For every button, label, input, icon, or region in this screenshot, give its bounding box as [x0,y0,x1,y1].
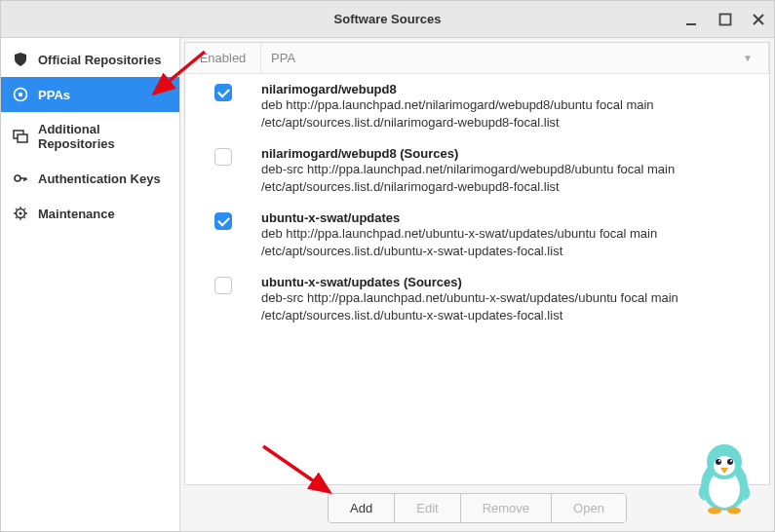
sidebar-item-label: Maintenance [38,207,115,221]
ppa-file-path: /etc/apt/sources.list.d/ubuntu-x-swat-up… [261,243,759,260]
sidebar: Official Repositories PPAs Additional Re… [1,38,180,531]
svg-point-3 [19,93,22,96]
ppa-title: nilarimogard/webupd8 [261,82,759,96]
svg-rect-0 [686,23,696,25]
ppa-title: nilarimogard/webupd8 (Sources) [261,146,759,161]
ppa-source-line: deb-src http://ppa.launchpad.net/nilarim… [261,161,759,178]
svg-rect-1 [720,14,731,24]
enabled-checkbox[interactable] [214,277,232,294]
disc-icon [13,87,28,102]
windows-icon [13,129,28,144]
ppa-title: ubuntu-x-swat/updates (Sources) [261,275,759,289]
sidebar-item-official-repositories[interactable]: Official Repositories [1,42,179,77]
enabled-checkbox[interactable] [214,212,232,230]
sidebar-item-label: Authentication Keys [38,171,161,186]
window-title: Software Sources [334,12,442,26]
svg-point-6 [15,175,20,181]
enabled-checkbox[interactable] [214,84,232,101]
ppa-source-line: deb-src http://ppa.launchpad.net/ubuntu-… [261,289,759,307]
close-button[interactable] [751,12,766,27]
svg-rect-5 [18,134,27,142]
titlebar: Software Sources [1,1,774,38]
shield-icon [13,52,28,67]
add-button[interactable]: Add [329,494,395,522]
table-row[interactable]: nilarimogard/webupd8deb http://ppa.launc… [185,74,769,138]
remove-button[interactable]: Remove [461,494,552,522]
sidebar-item-ppas[interactable]: PPAs [1,77,179,112]
maximize-button[interactable] [717,12,733,27]
column-header-enabled[interactable]: Enabled [185,43,261,73]
sidebar-item-label: Additional Repositories [38,122,168,151]
key-icon [13,171,28,186]
table-row[interactable]: ubuntu-x-swat/updatesdeb http://ppa.laun… [185,203,769,267]
ppa-title: ubuntu-x-swat/updates [261,210,759,225]
ppa-source-line: deb http://ppa.launchpad.net/ubuntu-x-sw… [261,225,759,243]
sidebar-item-label: PPAs [38,88,70,102]
column-header-ppa[interactable]: PPA ▼ [261,43,769,73]
ppa-file-path: /etc/apt/sources.list.d/ubuntu-x-swat-up… [261,307,759,324]
ppa-source-line: deb http://ppa.launchpad.net/nilarimogar… [261,96,759,114]
sidebar-item-additional-repositories[interactable]: Additional Repositories [1,112,179,161]
action-button-group: Add Edit Remove Open [328,493,627,523]
ppa-file-path: /etc/apt/sources.list.d/nilarimogard-web… [261,114,759,132]
chevron-down-icon: ▼ [743,53,758,63]
sidebar-item-label: Official Repositories [38,53,161,67]
ppa-file-path: /etc/apt/sources.list.d/nilarimogard-web… [261,178,759,196]
sidebar-item-authentication-keys[interactable]: Authentication Keys [1,161,179,196]
svg-point-8 [19,211,21,214]
table-row[interactable]: nilarimogard/webupd8 (Sources)deb-src ht… [185,138,769,203]
open-button[interactable]: Open [552,494,626,522]
gear-icon [13,206,28,221]
ppa-table: Enabled PPA ▼ nilarimogard/webupd8deb ht… [184,42,770,485]
enabled-checkbox[interactable] [214,148,232,166]
table-row[interactable]: ubuntu-x-swat/updates (Sources)deb-src h… [185,267,769,331]
sidebar-item-maintenance[interactable]: Maintenance [1,196,179,231]
minimize-button[interactable] [684,12,700,27]
edit-button[interactable]: Edit [395,494,460,522]
